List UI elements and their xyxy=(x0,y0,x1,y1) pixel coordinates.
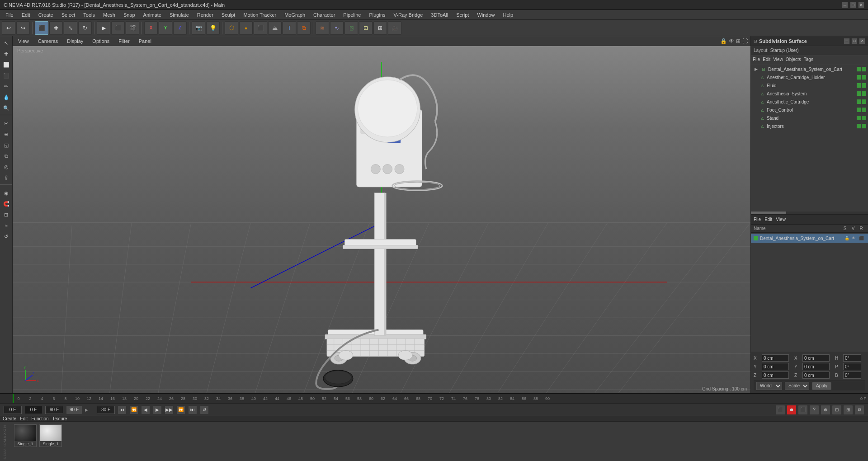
camera-tool[interactable]: 📷 xyxy=(192,21,205,35)
lt-soft[interactable]: ◉ xyxy=(1,188,11,198)
obj-item-4[interactable]: △ Anesthetic_Cartridge xyxy=(751,98,868,106)
bot-function[interactable]: Function xyxy=(31,416,48,421)
coord-x2-input[interactable] xyxy=(802,354,830,362)
coord-p-input[interactable] xyxy=(843,363,861,370)
viewport-menu-filter[interactable]: Filter xyxy=(116,38,132,45)
obj-menu-view[interactable]: View xyxy=(773,57,783,62)
viewport-menu-panel[interactable]: Panel xyxy=(136,38,154,45)
lt-knife[interactable]: ✂ xyxy=(1,118,11,128)
lt-slide[interactable]: ⧚ xyxy=(1,173,11,183)
menu-vray[interactable]: V-Ray Bridge xyxy=(390,11,427,19)
play-reverse-btn[interactable]: ◀ xyxy=(141,405,150,414)
lt-weld[interactable]: ◎ xyxy=(1,162,11,172)
next-frame-btn[interactable]: ⏩ xyxy=(176,405,185,414)
bot-menu-file[interactable]: File xyxy=(754,217,761,222)
bot-menu-edit[interactable]: Edit xyxy=(764,217,772,222)
menu-sculpt[interactable]: Sculpt xyxy=(218,11,239,19)
auto-key-tool[interactable]: ⬛ xyxy=(798,405,808,415)
lt-extrude[interactable]: ⊕ xyxy=(1,129,11,139)
menu-help[interactable]: Help xyxy=(500,11,517,19)
coord-y2-input[interactable] xyxy=(802,363,830,370)
render-region[interactable]: ⬛ xyxy=(111,21,125,35)
render-picture[interactable]: 🎬 xyxy=(126,21,139,35)
coord-y-input[interactable] xyxy=(762,363,789,370)
axis-y-button[interactable]: Y xyxy=(159,21,172,35)
keyframe-tool[interactable]: ⬛ xyxy=(775,405,785,415)
material-swatch-1[interactable]: Single_1 xyxy=(14,424,37,447)
viewport-menu-cameras[interactable]: Cameras xyxy=(35,38,61,45)
obj-manager-expand-btn[interactable]: □ xyxy=(851,38,858,44)
apply-button[interactable]: Apply xyxy=(812,382,831,390)
rotate-tool[interactable]: ↻ xyxy=(78,21,92,35)
menu-snap[interactable]: Snap xyxy=(120,11,139,19)
viewport-canvas[interactable]: X Y Z Grid Spacing : 100 cm xyxy=(13,46,750,393)
axis-x-button[interactable]: X xyxy=(144,21,158,35)
menu-motiont[interactable]: Motion Tracker xyxy=(240,11,280,19)
viewport-menu-view[interactable]: View xyxy=(15,38,32,45)
lt-zoom[interactable]: 🔍 xyxy=(1,103,11,113)
obj-scrollbar-thumb[interactable] xyxy=(751,212,786,214)
lt-smooth[interactable]: ≈ xyxy=(1,221,11,230)
vp-eye-icon[interactable]: 👁 xyxy=(729,38,734,44)
cube-tool[interactable]: ⬡ xyxy=(225,21,238,35)
obj-item-1[interactable]: △ Anesthetic_Cartridge_Holder xyxy=(751,73,868,81)
menu-select[interactable]: Select xyxy=(58,11,79,19)
obj-manager-collapse-btn[interactable]: ─ xyxy=(844,38,850,44)
obj-item-5[interactable]: △ Foot_Control xyxy=(751,106,868,114)
prev-frame-btn[interactable]: ⏪ xyxy=(129,405,138,414)
move-tool[interactable]: ✚ xyxy=(49,21,63,35)
lt-bevel[interactable]: ◱ xyxy=(1,140,11,150)
snap-tool-pb[interactable]: ⊕ xyxy=(821,405,830,415)
menu-3dtoall[interactable]: 3DToAll xyxy=(427,11,452,19)
obj-menu-edit[interactable]: Edit xyxy=(763,57,770,62)
lt-select2[interactable]: ⬛ xyxy=(1,71,11,80)
menu-render[interactable]: Render xyxy=(193,11,217,19)
lt-bridge[interactable]: ⧉ xyxy=(1,151,11,161)
jump-start-btn[interactable]: ⏮ xyxy=(118,405,127,414)
viewport[interactable]: View Cameras Display Options Filter Pane… xyxy=(13,36,750,393)
spline-tool[interactable]: ∿ xyxy=(330,21,344,35)
menu-create[interactable]: Create xyxy=(35,11,57,19)
landscape-tool[interactable]: ⛰ xyxy=(268,21,282,35)
obj-item-7[interactable]: △ Injectors xyxy=(751,122,868,130)
menu-edit[interactable]: Edit xyxy=(18,11,34,19)
obj-item-root[interactable]: ▶ ⊡ Dental_Anesthesia_System_on_Cart xyxy=(751,65,868,73)
scale-select[interactable]: Scale Size xyxy=(785,382,809,390)
lt-magnet[interactable]: 🧲 xyxy=(1,199,11,209)
obj-item-6[interactable]: △ Stand xyxy=(751,114,868,122)
coord-b-input[interactable] xyxy=(843,372,861,379)
loop-btn[interactable]: ↺ xyxy=(200,405,209,414)
light-tool[interactable]: 💡 xyxy=(206,21,220,35)
menu-simulate[interactable]: Simulate xyxy=(166,11,193,19)
bot-texture[interactable]: Texture xyxy=(52,416,67,421)
play-forward-fast-btn[interactable]: ▶▶ xyxy=(165,405,174,414)
nurbs-tool[interactable]: ⌻ xyxy=(344,21,358,35)
play-btn[interactable]: ▶ xyxy=(153,405,162,414)
maximize-button[interactable]: □ xyxy=(850,2,856,8)
minimize-button[interactable]: ─ xyxy=(842,2,848,8)
motion-camera[interactable]: 🎥 xyxy=(388,21,401,35)
lt-move[interactable]: ✚ xyxy=(1,49,11,59)
array-tool[interactable]: ⊡ xyxy=(359,21,373,35)
cylinder-tool[interactable]: ⬛ xyxy=(254,21,267,35)
coord-h-input[interactable] xyxy=(843,354,861,362)
menu-mesh[interactable]: Mesh xyxy=(99,11,119,19)
obj-scrollbar[interactable] xyxy=(751,212,868,214)
axis-z-button[interactable]: Z xyxy=(173,21,187,35)
menu-pipeline[interactable]: Pipeline xyxy=(340,11,364,19)
menu-animate[interactable]: Animate xyxy=(140,11,165,19)
viewport-menu-options[interactable]: Options xyxy=(90,38,112,45)
close-button[interactable]: ✕ xyxy=(858,2,864,8)
vp-grid-icon[interactable]: ⊞ xyxy=(736,38,741,44)
lt-select1[interactable]: ⬜ xyxy=(1,60,11,70)
bot-edit[interactable]: Edit xyxy=(20,416,28,421)
scale-tool[interactable]: ⤡ xyxy=(64,21,77,35)
obj-menu-file[interactable]: File xyxy=(753,57,760,62)
cloner-tool[interactable]: ⧉ xyxy=(297,21,311,35)
bot-menu-view[interactable]: View xyxy=(776,217,786,222)
grid-tool-pb[interactable]: ⊞ xyxy=(843,405,853,415)
fps-input[interactable] xyxy=(97,406,115,414)
material-swatch-2[interactable]: Single_1 xyxy=(39,424,62,447)
motion-path-tool[interactable]: ? xyxy=(809,405,819,415)
obj-item-3[interactable]: △ Anesthesia_System xyxy=(751,89,868,98)
